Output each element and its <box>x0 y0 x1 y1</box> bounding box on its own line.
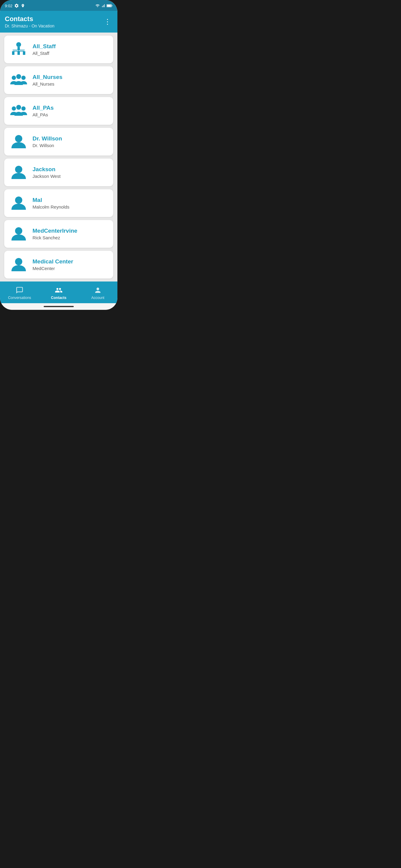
status-bar: 9:02 <box>0 0 118 11</box>
svg-point-19 <box>15 166 22 173</box>
svg-point-12 <box>12 76 16 80</box>
contact-card-mal[interactable]: Mal Malcolm Reynolds <box>4 189 113 217</box>
svg-rect-6 <box>18 51 20 55</box>
contact-card-all-staff[interactable]: All_Staff All_Staff <box>4 36 113 63</box>
svg-point-14 <box>16 74 21 79</box>
svg-point-18 <box>15 135 22 142</box>
contact-info-dr-willson: Dr. Willson Dr. Willson <box>33 135 62 148</box>
nav-item-account[interactable]: Account <box>78 286 118 300</box>
svg-point-15 <box>12 106 16 111</box>
contact-avatar-medcenter-irvine <box>10 225 28 243</box>
contact-subtitle-medcenter-irvine: Rick Sanchez <box>33 235 77 240</box>
contact-avatar-all-staff <box>10 40 28 59</box>
contact-info-all-pas: All_PAs All_PAs <box>33 104 54 117</box>
contact-info-medical-center: Medical Center MedCenter <box>33 258 73 271</box>
contact-name-jackson: Jackson <box>33 166 61 173</box>
account-nav-label: Account <box>91 296 104 300</box>
contact-avatar-dr-willson <box>10 133 28 151</box>
contact-avatar-all-nurses <box>10 71 28 89</box>
home-indicator <box>0 303 118 310</box>
svg-rect-1 <box>112 5 112 6</box>
contact-name-all-nurses: All_Nurses <box>33 74 62 81</box>
contact-card-all-nurses[interactable]: All_Nurses All_Nurses <box>4 66 113 94</box>
contact-subtitle-all-nurses: All_Nurses <box>33 82 62 87</box>
phone-frame: 9:02 <box>0 0 118 310</box>
contact-name-all-staff: All_Staff <box>33 43 56 50</box>
contact-info-medcenter-irvine: MedCenterIrvine Rick Sanchez <box>33 227 77 240</box>
contact-info-all-staff: All_Staff All_Staff <box>33 43 56 56</box>
header-menu-button[interactable]: ⋮ <box>103 16 112 27</box>
battery-icon <box>107 4 112 7</box>
contacts-list: All_Staff All_Staff All_Nurses All_Nurse… <box>0 33 118 281</box>
svg-rect-7 <box>23 51 25 55</box>
signal-icon <box>101 4 105 8</box>
status-time: 9:02 <box>5 4 12 8</box>
contact-subtitle-dr-willson: Dr. Willson <box>33 143 62 148</box>
contact-avatar-mal <box>10 194 28 212</box>
contact-name-mal: Mal <box>33 197 70 204</box>
svg-point-3 <box>16 42 21 47</box>
contact-subtitle-mal: Malcolm Reynolds <box>33 204 70 210</box>
svg-rect-2 <box>107 5 111 7</box>
contact-name-all-pas: All_PAs <box>33 104 54 111</box>
contact-card-all-pas[interactable]: All_PAs All_PAs <box>4 97 113 125</box>
contact-avatar-jackson <box>10 163 28 181</box>
home-bar <box>44 306 74 307</box>
conversations-nav-label: Conversations <box>8 296 31 300</box>
svg-point-22 <box>15 258 22 265</box>
contact-name-medical-center: Medical Center <box>33 258 73 265</box>
contact-card-medcenter-irvine[interactable]: MedCenterIrvine Rick Sanchez <box>4 220 113 248</box>
svg-point-21 <box>15 227 22 235</box>
contact-card-jackson[interactable]: Jackson Jackson West <box>4 158 113 186</box>
wifi-icon <box>95 4 100 8</box>
app-header: Contacts Dr. Shimazu - On Vacation ⋮ <box>0 11 118 33</box>
contact-avatar-all-pas <box>10 102 28 120</box>
status-right <box>95 4 112 8</box>
svg-point-17 <box>16 105 21 110</box>
account-nav-icon <box>94 286 102 294</box>
svg-rect-5 <box>12 51 14 55</box>
svg-point-20 <box>15 196 22 204</box>
page-title: Contacts <box>5 15 55 23</box>
contact-subtitle-medical-center: MedCenter <box>33 266 73 271</box>
contacts-nav-icon <box>55 286 63 294</box>
contact-info-all-nurses: All_Nurses All_Nurses <box>33 74 62 87</box>
header-text: Contacts Dr. Shimazu - On Vacation <box>5 15 55 28</box>
svg-point-16 <box>21 106 26 111</box>
nav-item-contacts[interactable]: Contacts <box>39 286 78 300</box>
svg-rect-11 <box>13 50 25 50</box>
location-icon <box>21 3 25 8</box>
contact-avatar-medical-center <box>10 255 28 274</box>
conversations-nav-icon <box>15 286 24 294</box>
contact-card-dr-willson[interactable]: Dr. Willson Dr. Willson <box>4 128 113 156</box>
header-subtitle: Dr. Shimazu - On Vacation <box>5 24 55 28</box>
contact-subtitle-jackson: Jackson West <box>33 174 61 179</box>
nav-item-conversations[interactable]: Conversations <box>0 286 39 300</box>
svg-point-13 <box>21 76 26 80</box>
contact-name-dr-willson: Dr. Willson <box>33 135 62 142</box>
status-left: 9:02 <box>5 3 25 8</box>
contact-subtitle-all-pas: All_PAs <box>33 112 54 117</box>
contact-info-jackson: Jackson Jackson West <box>33 166 61 179</box>
contact-name-medcenter-irvine: MedCenterIrvine <box>33 227 77 234</box>
contact-card-medical-center[interactable]: Medical Center MedCenter <box>4 251 113 278</box>
settings-icon <box>14 3 19 8</box>
svg-rect-4 <box>18 47 20 50</box>
contacts-nav-label: Contacts <box>51 296 66 300</box>
contact-subtitle-all-staff: All_Staff <box>33 51 56 56</box>
contact-info-mal: Mal Malcolm Reynolds <box>33 197 70 210</box>
bottom-nav: Conversations Contacts Account <box>0 281 118 303</box>
